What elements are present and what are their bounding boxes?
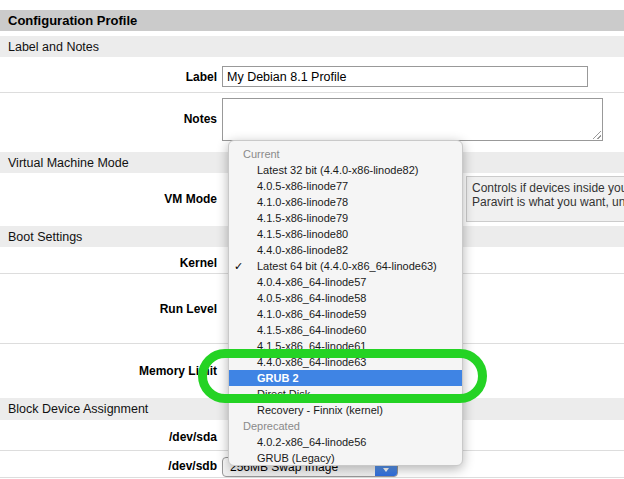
menu-item[interactable]: 4.0.5-x86_64-linode58: [229, 290, 462, 306]
section-title: Boot Settings: [8, 230, 82, 244]
menu-item[interactable]: ✓Latest 64 bit (4.4.0-x86_64-linode63): [229, 258, 462, 274]
row-divider: [0, 92, 624, 93]
menu-item-label: 4.0.2-x86_64-linode56: [257, 436, 366, 448]
section-title: Virtual Machine Mode: [8, 156, 129, 170]
menu-item-label: 4.4.0-x86-linode82: [257, 244, 348, 256]
menu-item-label: Current: [243, 148, 280, 160]
page-title: Configuration Profile: [8, 13, 137, 28]
menu-item-label: 4.1.0-x86_64-linode59: [257, 308, 366, 320]
menu-item-label: 4.1.5-x86-linode80: [257, 228, 348, 240]
menu-item-label: 4.1.5-x86_64-linode60: [257, 324, 366, 336]
dev-sdb-label: /dev/sdb: [0, 459, 217, 473]
vm-mode-help-text: Controls if devices inside your Paravirt…: [466, 176, 624, 222]
dev-sda-label: /dev/sda: [0, 430, 217, 444]
label-field-label: Label: [0, 70, 217, 84]
menu-item-label: 4.0.5-x86_64-linode58: [257, 292, 366, 304]
menu-item-label: GRUB (Legacy): [257, 452, 335, 464]
section-title: Label and Notes: [8, 40, 99, 54]
notes-field-label: Notes: [0, 112, 217, 126]
menu-item[interactable]: 4.1.5-x86-linode80: [229, 226, 462, 242]
menu-item-label: Latest 64 bit (4.4.0-x86_64-linode63): [257, 260, 437, 272]
section-label-and-notes: Label and Notes: [0, 36, 624, 57]
help-line-2: Paravirt is what you want, unle: [472, 195, 624, 209]
vm-mode-label: VM Mode: [0, 192, 217, 206]
menu-item[interactable]: 4.1.5-x86-linode79: [229, 210, 462, 226]
menu-item[interactable]: 4.0.4-x86_64-linode57: [229, 274, 462, 290]
menu-item-label: 4.1.0-x86-linode78: [257, 196, 348, 208]
help-line-1: Controls if devices inside your: [472, 181, 624, 195]
menu-item[interactable]: 4.1.0-x86-linode78: [229, 194, 462, 210]
menu-group-label: Current: [229, 146, 462, 162]
menu-item-label: Recovery - Finnix (kernel): [257, 404, 383, 416]
kernel-menu: CurrentLatest 32 bit (4.4.0-x86-linode82…: [228, 140, 463, 466]
menu-item[interactable]: GRUB (Legacy): [229, 450, 462, 466]
kernel-label: Kernel: [0, 256, 217, 270]
page-header: Configuration Profile: [0, 10, 624, 31]
menu-item-label: 4.1.5-x86-linode79: [257, 212, 348, 224]
menu-item[interactable]: 4.0.5-x86-linode77: [229, 178, 462, 194]
annotation-ring: [198, 349, 487, 403]
menu-item-label: 4.0.4-x86_64-linode57: [257, 276, 366, 288]
row-divider: [0, 477, 624, 478]
checkmark-icon: ✓: [234, 258, 243, 274]
run-level-label: Run Level: [0, 302, 217, 316]
menu-item-label: 4.0.5-x86-linode77: [257, 180, 348, 192]
menu-item-label: Deprecated: [243, 420, 300, 432]
menu-item[interactable]: Recovery - Finnix (kernel): [229, 402, 462, 418]
menu-item[interactable]: 4.4.0-x86-linode82: [229, 242, 462, 258]
menu-item[interactable]: 4.1.5-x86_64-linode60: [229, 322, 462, 338]
menu-item[interactable]: Latest 32 bit (4.4.0-x86-linode82): [229, 162, 462, 178]
label-input[interactable]: [222, 66, 588, 87]
menu-item-label: Latest 32 bit (4.4.0-x86-linode82): [257, 164, 418, 176]
menu-group-label: Deprecated: [229, 418, 462, 434]
memory-limit-label: Memory Limit: [0, 364, 217, 378]
menu-item[interactable]: 4.1.0-x86_64-linode59: [229, 306, 462, 322]
resize-handle-icon[interactable]: [590, 128, 601, 139]
menu-item[interactable]: 4.0.2-x86_64-linode56: [229, 434, 462, 450]
section-title: Block Device Assignment: [8, 402, 148, 416]
notes-textarea[interactable]: [222, 98, 603, 141]
configuration-profile-page: Configuration Profile Label and Notes La…: [0, 0, 624, 479]
